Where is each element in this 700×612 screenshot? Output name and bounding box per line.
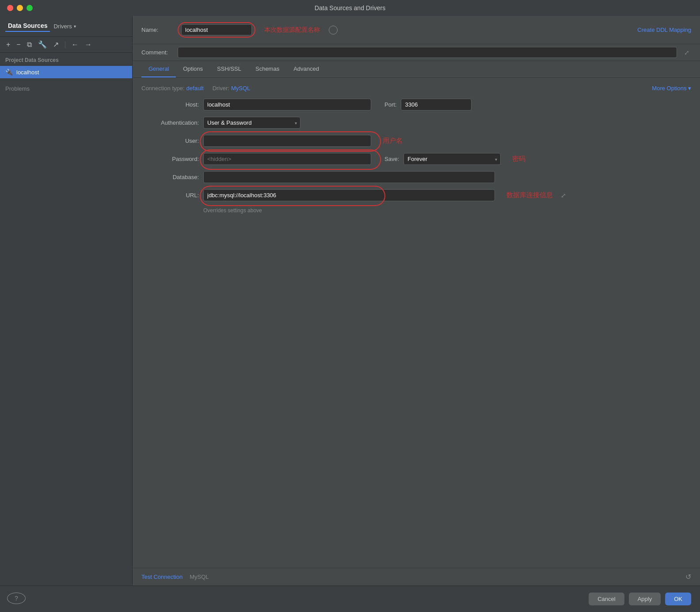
driver-label: Driver: [213,85,229,92]
tab-general[interactable]: General [141,61,176,77]
content-area: Name: 本次数据源配置名称 Create DDL Mapping Comme… [133,16,700,585]
back-icon[interactable]: ← [70,40,80,50]
save-select-wrapper: Forever Until restart Never ▾ [403,153,501,165]
sidebar-item-label: localhost [16,69,39,76]
tab-schemas[interactable]: Schemas [248,61,286,77]
database-label: Database: [141,174,199,180]
refresh-icon[interactable]: ↺ [685,573,691,581]
sidebar-toolbar: + − ⧉ 🔧 ↗ ← → [0,37,132,53]
password-label: Password: [141,156,199,162]
help-button[interactable]: ? [7,593,26,604]
user-input-container [203,135,371,147]
database-row: Database: [141,171,691,183]
comment-input[interactable] [178,47,677,58]
host-input[interactable] [203,99,371,111]
more-options-btn[interactable]: More Options ▾ [652,85,691,92]
tab-drivers-btn[interactable]: Drivers ▾ [53,23,76,30]
name-label: Name: [141,27,172,33]
user-annotation-text: 用户名 [383,137,403,145]
drivers-chevron-icon: ▾ [74,24,76,29]
localhost-icon: 🔌 [5,69,13,76]
url-row-inner: URL: 数据库连接信息 ⤢ [141,189,568,201]
maximize-dot[interactable] [27,5,33,11]
conn-type-row: Connection type: default Driver: MySQL M… [141,85,691,92]
host-port-row: Host: Port: [141,99,691,111]
cancel-button[interactable]: Cancel [589,593,624,605]
url-label: URL: [141,192,199,199]
auth-label: Authentication: [141,119,199,126]
name-circle-button[interactable] [329,26,338,34]
section-project-label: Project Data Sources [0,53,132,66]
window-controls [7,5,33,11]
driver-value[interactable]: MySQL [231,85,250,92]
url-input-container [203,189,495,201]
title-bar: Data Sources and Drivers [0,0,700,16]
window-title: Data Sources and Drivers [315,4,385,11]
create-ddl-link[interactable]: Create DDL Mapping [637,27,691,33]
conn-type-value[interactable]: default [186,85,204,92]
footer-driver-text: MySQL [190,574,209,580]
form-area: Connection type: default Driver: MySQL M… [133,78,700,568]
forward-icon[interactable]: → [83,40,94,50]
conn-type-label: Connection type: [141,85,185,92]
name-annotation-text: 本次数据源配置名称 [264,26,320,34]
close-dot[interactable] [7,5,13,11]
url-expand-icon[interactable]: ⤢ [559,191,568,200]
tab-datasources[interactable]: Data Sources [5,20,50,32]
port-label: Port: [384,101,396,108]
name-input-annotated [178,22,255,38]
user-input[interactable] [203,135,371,147]
user-row: User: 用户名 [141,135,691,147]
overrides-text: Overrides settings above [203,207,262,214]
auth-select[interactable]: User & Password No auth Username [203,117,301,129]
database-input[interactable] [203,171,495,183]
url-annotation-text: 数据库连接信息 [506,191,553,199]
auth-row: Authentication: User & Password No auth … [141,117,691,129]
auth-select-wrapper: User & Password No auth Username ▾ [203,117,301,129]
user-label: User: [141,138,199,144]
expand-comment-icon[interactable]: ⤢ [682,48,691,57]
ok-button[interactable]: OK [665,593,691,605]
add-icon[interactable]: + [4,40,12,50]
password-input[interactable] [203,153,371,165]
export-icon[interactable]: ↗ [51,39,61,50]
bottom-bar: ? Cancel Apply OK [0,585,700,612]
sidebar: Data Sources Drivers ▾ + − ⧉ 🔧 ↗ ← → Pro… [0,16,133,585]
url-input[interactable] [203,189,495,201]
save-select[interactable]: Forever Until restart Never [403,153,501,165]
main-layout: Data Sources Drivers ▾ + − ⧉ 🔧 ↗ ← → Pro… [0,16,700,585]
tabs-row: General Options SSH/SSL Schemas Advanced [133,61,700,78]
host-label: Host: [141,101,199,108]
toolbar-separator [65,41,65,48]
remove-icon[interactable]: − [15,40,22,50]
sidebar-header: Data Sources Drivers ▾ [0,16,132,37]
tab-drivers-label: Drivers [53,23,72,30]
comment-row: Comment: ⤢ [133,44,700,61]
tab-advanced[interactable]: Advanced [286,61,326,77]
wrench-icon[interactable]: 🔧 [36,39,49,50]
footer-row: Test Connection MySQL ↺ [133,568,700,585]
password-row: Password: Save: Forever Until restart Ne… [141,153,691,165]
tab-options[interactable]: Options [176,61,210,77]
name-input[interactable] [181,24,252,35]
port-input[interactable] [401,99,472,111]
sidebar-item-localhost[interactable]: 🔌 localhost [0,66,132,78]
comment-label: Comment: [141,49,172,56]
tab-sshssl[interactable]: SSH/SSL [210,61,248,77]
password-annotation-text: 密码 [512,155,525,163]
save-label: Save: [384,156,399,162]
test-connection-link[interactable]: Test Connection [141,574,183,580]
password-input-container [203,153,371,165]
apply-button[interactable]: Apply [629,593,661,605]
url-row: URL: 数据库连接信息 ⤢ Overrides settings above [141,189,691,214]
name-row: Name: 本次数据源配置名称 Create DDL Mapping [133,16,700,44]
minimize-dot[interactable] [17,5,23,11]
problems-label: Problems [0,78,132,95]
copy-icon[interactable]: ⧉ [25,40,34,50]
